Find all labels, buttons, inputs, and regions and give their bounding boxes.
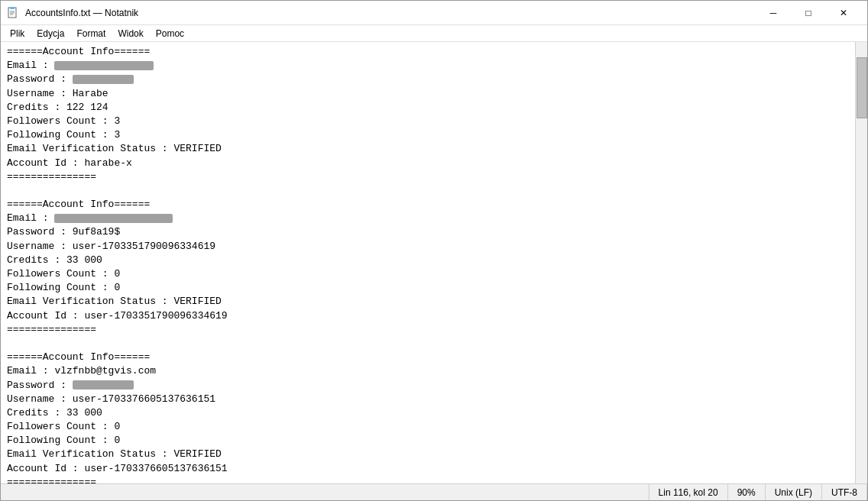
title-bar: AccountsInfo.txt — Notatnik ─ □ ✕ bbox=[1, 1, 867, 25]
menu-edycja[interactable]: Edycja bbox=[31, 27, 70, 40]
svg-rect-1 bbox=[10, 7, 15, 9]
status-position: Lin 116, kol 20 bbox=[649, 484, 728, 500]
email-redacted-1 bbox=[54, 61, 154, 70]
status-zoom: 90% bbox=[728, 484, 766, 500]
close-button[interactable]: ✕ bbox=[826, 1, 861, 25]
menu-format[interactable]: Format bbox=[70, 27, 112, 40]
menu-bar: Plik Edycja Format Widok Pomoc bbox=[1, 25, 867, 42]
password-redacted-1 bbox=[73, 75, 134, 84]
email-redacted-2 bbox=[54, 214, 173, 223]
vertical-scrollbar[interactable] bbox=[855, 42, 867, 483]
window-title: AccountsInfo.txt — Notatnik bbox=[25, 8, 138, 18]
line-1: ======Account Info====== Email : Passwor… bbox=[7, 46, 228, 483]
status-encoding: UTF-8 bbox=[822, 484, 867, 500]
notepad-icon bbox=[7, 7, 19, 19]
menu-plik[interactable]: Plik bbox=[4, 27, 31, 40]
title-bar-controls: ─ □ ✕ bbox=[756, 1, 861, 25]
text-editor[interactable]: ======Account Info====== Email : Passwor… bbox=[1, 42, 855, 483]
title-bar-left: AccountsInfo.txt — Notatnik bbox=[7, 7, 138, 19]
status-line-ending: Unix (LF) bbox=[766, 484, 822, 500]
notepad-window: AccountsInfo.txt — Notatnik ─ □ ✕ Plik E… bbox=[0, 0, 868, 501]
minimize-button[interactable]: ─ bbox=[756, 1, 791, 25]
editor-area: ======Account Info====== Email : Passwor… bbox=[1, 42, 867, 483]
status-bar: Lin 116, kol 20 90% Unix (LF) UTF-8 bbox=[1, 483, 867, 500]
maximize-button[interactable]: □ bbox=[791, 1, 826, 25]
status-empty bbox=[1, 484, 649, 500]
password-redacted-3 bbox=[73, 380, 134, 389]
menu-widok[interactable]: Widok bbox=[112, 27, 149, 40]
menu-pomoc[interactable]: Pomoc bbox=[150, 27, 190, 40]
scroll-thumb[interactable] bbox=[857, 57, 867, 118]
